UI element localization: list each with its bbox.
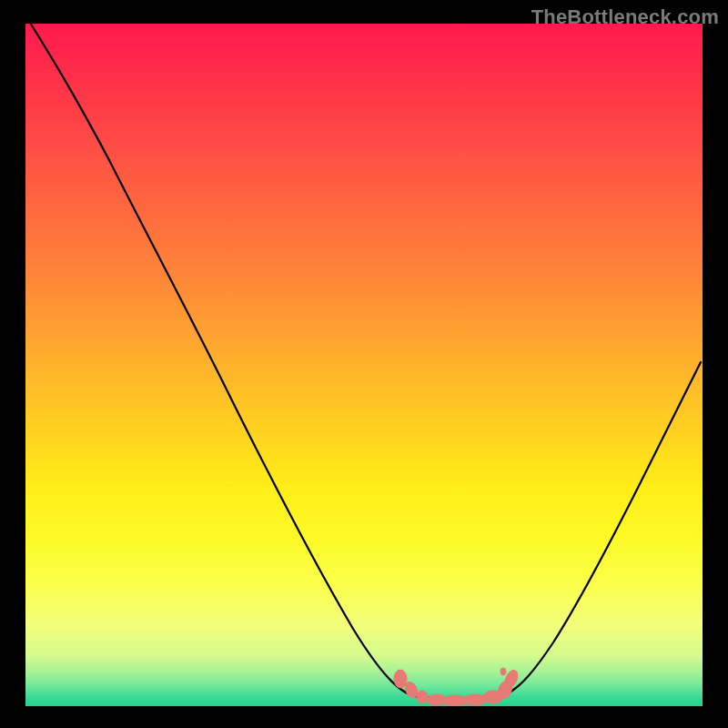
chart-frame: TheBottleneck.com: [0, 0, 728, 728]
plot-area: [25, 24, 703, 706]
svg-point-0: [394, 670, 407, 688]
bottleneck-curve-svg: [25, 24, 703, 706]
svg-point-9: [500, 668, 506, 675]
flat-region-markers: [394, 668, 521, 706]
svg-point-2: [417, 691, 428, 703]
bottleneck-curve-path: [27, 24, 701, 699]
